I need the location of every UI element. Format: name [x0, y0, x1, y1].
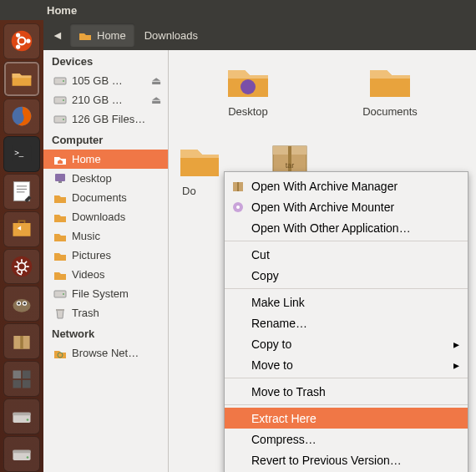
sidebar-item--gb-files-[interactable]: 126 GB Files…: [43, 109, 168, 129]
launcher-terminal[interactable]: >_: [3, 136, 40, 172]
home-folder-icon: [53, 153, 67, 166]
menu-item-label: Move to Trash: [251, 385, 326, 398]
menu-item-make-link[interactable]: Make Link: [225, 292, 468, 312]
network-icon: [53, 347, 67, 360]
sidebar-item-label: Desktop: [72, 172, 112, 185]
folder-icon: [53, 211, 67, 224]
launcher-text-editor[interactable]: [3, 174, 40, 210]
sidebar-item-browse-net-[interactable]: Browse Net…: [43, 343, 168, 363]
context-menu: Open With Archive ManagerOpen With Archi…: [224, 171, 468, 472]
launcher-settings[interactable]: [3, 249, 40, 285]
menu-item-open-with-other-application[interactable]: Open With Other Application…: [225, 217, 468, 238]
menu-item-revert-to-previous-version[interactable]: Revert to Previous Version…: [225, 449, 468, 470]
launcher-disk2[interactable]: [3, 436, 40, 472]
menu-item-label: Extract Here: [251, 412, 316, 425]
menu-item-label: Open With Other Application…: [251, 221, 411, 235]
sidebar-item-pictures[interactable]: Pictures: [43, 246, 168, 265]
svg-point-31: [27, 456, 29, 459]
svg-rect-22: [13, 370, 22, 378]
svg-rect-27: [13, 412, 31, 415]
sidebar-item-trash[interactable]: Trash: [43, 303, 168, 322]
launcher-firefox[interactable]: [3, 99, 40, 134]
svg-rect-42: [56, 309, 64, 311]
svg-point-18: [18, 302, 20, 305]
svg-rect-24: [13, 380, 22, 388]
menu-item-cut[interactable]: Cut: [225, 244, 468, 265]
svg-point-2: [26, 39, 30, 43]
folder-icon: [53, 191, 67, 205]
sidebar-item-documents[interactable]: Documents: [43, 188, 168, 207]
launcher-disk1[interactable]: [3, 398, 40, 434]
launcher-nautilus[interactable]: [3, 61, 40, 97]
sidebar-section-network: Network: [43, 322, 168, 343]
sidebar-section-computer: Computer: [43, 129, 168, 150]
sidebar-item--gb-[interactable]: 105 GB …⏏: [43, 71, 168, 90]
sidebar-item--gb-[interactable]: 210 GB …⏏: [43, 90, 168, 109]
file-item-do[interactable]: Do: [177, 141, 219, 221]
sidebar-item-music[interactable]: Music: [43, 226, 168, 246]
svg-point-4: [16, 45, 20, 49]
file-item-desktop[interactable]: Desktop: [177, 62, 319, 141]
menu-item-label: Revert to Previous Version…: [251, 454, 402, 467]
breadcrumb-home[interactable]: Home: [70, 23, 134, 47]
menu-item-label: Copy to: [251, 338, 291, 351]
folder-icon: [177, 141, 219, 180]
archive-icon: [231, 180, 245, 193]
launcher-gimp[interactable]: [3, 286, 40, 322]
svg-rect-30: [13, 449, 31, 453]
file-item-documents[interactable]: Documents: [319, 62, 461, 141]
path-toolbar: ◄ HomeDownloads: [43, 20, 476, 50]
menu-item-compress[interactable]: Compress…: [225, 429, 468, 449]
folder-icon: [53, 268, 67, 282]
menu-separator: [225, 288, 468, 289]
menu-item-label: Make Link: [251, 296, 305, 309]
sidebar-item-label: Pictures: [72, 249, 111, 261]
svg-rect-38: [55, 174, 65, 181]
menu-item-open-with-archive-manager[interactable]: Open With Archive Manager: [225, 175, 468, 196]
sidebar-item-label: 126 GB Files…: [72, 113, 145, 125]
svg-text:tar: tar: [286, 161, 295, 170]
sidebar-item-label: Documents: [72, 191, 127, 204]
back-button[interactable]: ◄: [48, 26, 67, 44]
home-folder-icon: [78, 28, 92, 42]
sidebar-item-home[interactable]: Home: [43, 150, 168, 169]
folder-icon: [53, 249, 67, 262]
sidebar-item-desktop[interactable]: Desktop: [43, 169, 168, 188]
launcher-ubuntu-dash[interactable]: [3, 23, 40, 59]
menu-item-copy[interactable]: Copy: [225, 265, 468, 286]
menu-item-extract-here[interactable]: Extract Here: [225, 408, 468, 429]
eject-icon[interactable]: ⏏: [151, 74, 161, 87]
svg-point-53: [236, 206, 240, 209]
menu-item-move-to-trash[interactable]: Move to Trash: [225, 381, 468, 402]
mount-icon: [231, 200, 245, 214]
launcher-software-center[interactable]: [3, 211, 40, 247]
sidebar-item-downloads[interactable]: Downloads: [43, 207, 168, 226]
trash-icon: [53, 307, 67, 320]
menu-item-label: Move to: [251, 358, 293, 372]
desktop-icon: [53, 172, 67, 185]
eject-icon[interactable]: ⏏: [151, 94, 161, 106]
breadcrumb-downloads[interactable]: Downloads: [136, 23, 206, 47]
launcher-workspace[interactable]: [3, 361, 40, 397]
menu-item-label: Compress…: [251, 433, 316, 446]
sidebar-item-label: Home: [72, 153, 101, 165]
svg-point-28: [27, 419, 29, 421]
sidebar-section-devices: Devices: [43, 50, 168, 71]
folder-icon: [53, 230, 67, 243]
launcher-archive[interactable]: [3, 323, 40, 359]
folder-desktop-icon: [225, 62, 271, 100]
submenu-arrow-icon: ▸: [453, 338, 459, 351]
menu-item-rename[interactable]: Rename…: [225, 312, 468, 333]
hdd-icon: [53, 287, 67, 301]
file-label: Do: [177, 183, 201, 199]
menu-item-label: Open With Archive Manager: [251, 180, 398, 193]
hdd-icon: [53, 74, 67, 88]
menubar: Home: [0, 0, 476, 20]
sidebar-item-videos[interactable]: Videos: [43, 265, 168, 284]
sidebar-item-file-system[interactable]: File System: [43, 284, 168, 303]
menu-item-copy-to[interactable]: Copy to▸: [225, 333, 468, 354]
menu-item-open-with-archive-mounter[interactable]: Open With Archive Mounter: [225, 196, 468, 217]
menu-item-move-to[interactable]: Move to▸: [225, 354, 468, 375]
sidebar-item-label: Browse Net…: [72, 347, 139, 359]
file-label: Desktop: [223, 104, 273, 119]
